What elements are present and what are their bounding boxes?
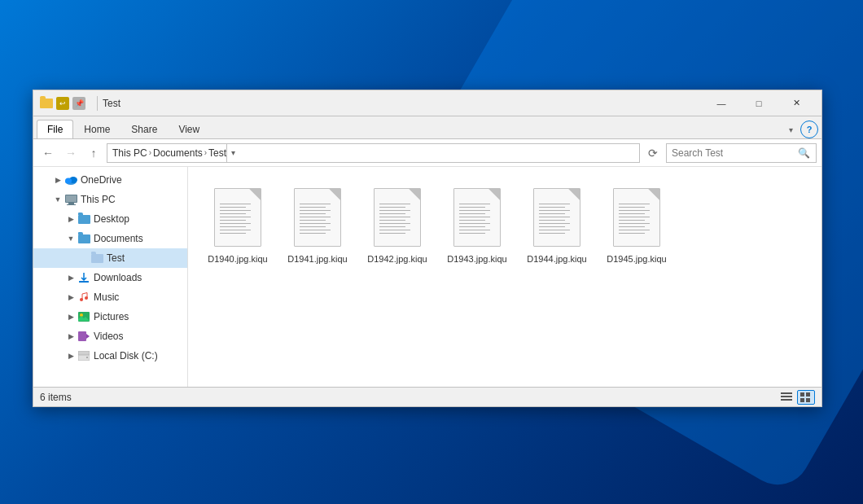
doc-lines [379,204,414,236]
svg-rect-21 [806,392,810,397]
documents-folder-icon [77,232,90,245]
sidebar-item-music[interactable]: ▶ Music [33,287,187,307]
breadcrumb: This PC › Documents › Test [112,147,226,159]
search-input[interactable] [672,147,798,159]
file-name: D1941.jpg.kiqu [287,253,347,265]
sidebar-item-label-downloads: Downloads [94,272,142,283]
details-view-button[interactable] [778,390,795,405]
breadcrumb-this-pc[interactable]: This PC [112,147,147,159]
sidebar-item-documents[interactable]: ▼ Documents [33,229,187,248]
address-row: ← → ↑ This PC › Documents › Test ▾ ⟳ 🔍 [33,139,821,167]
search-icon[interactable]: 🔍 [798,147,810,159]
close-button[interactable]: ✕ [778,90,815,116]
forward-button[interactable]: → [61,143,81,163]
sidebar-item-local-disk[interactable]: ▶ Local Disk (C:) [33,346,187,366]
onedrive-icon [64,173,77,186]
undo-icon[interactable]: ↩ [56,97,69,110]
sidebar-item-pictures[interactable]: ▶ Pictures [33,307,187,327]
sidebar-item-label-test: Test [107,252,125,264]
status-bar: 6 items [33,387,821,406]
address-bar[interactable]: This PC › Documents › Test ▾ [107,143,640,163]
file-item[interactable]: D1944.jpg.kiqu [520,180,594,270]
desktop-folder-icon [77,213,90,226]
sidebar: ▶ OneDrive ▼ This PC ▶ Desktop [33,167,188,387]
test-folder-icon [90,252,103,265]
file-icon-wrapper [528,185,585,250]
tab-file[interactable]: File [37,120,73,138]
svg-rect-18 [781,396,792,397]
pin-icon[interactable]: 📌 [72,97,85,110]
ribbon-expand-icon[interactable]: ▾ [781,121,800,138]
drive-icon [77,349,90,362]
sidebar-item-desktop[interactable]: ▶ Desktop [33,209,187,229]
tab-home[interactable]: Home [73,120,120,138]
svg-rect-5 [68,203,74,204]
sidebar-item-onedrive[interactable]: ▶ OneDrive [33,170,187,190]
doc-lines [619,204,653,236]
minimize-button[interactable]: — [703,90,740,116]
document-icon [613,188,660,247]
svg-rect-12 [78,331,86,341]
up-button[interactable]: ↑ [84,143,103,163]
file-icon-wrapper [209,185,266,250]
window-controls: — □ ✕ [703,90,815,116]
sidebar-item-label-local-disk: Local Disk (C:) [94,350,158,362]
refresh-button[interactable]: ⟳ [643,143,663,163]
window-title: Test [103,98,703,109]
file-item[interactable]: D1943.jpg.kiqu [440,180,514,270]
svg-rect-22 [800,398,804,402]
folder-icon [40,97,53,110]
svg-rect-23 [806,398,810,402]
view-buttons [778,390,815,405]
expand-arrow-documents: ▼ [66,234,76,243]
document-icon [374,188,421,247]
expand-arrow-local-disk: ▶ [66,351,76,361]
sidebar-item-this-pc[interactable]: ▼ This PC [33,190,187,209]
expand-arrow-downloads: ▶ [66,273,76,283]
svg-rect-6 [67,204,76,205]
document-icon [453,188,501,247]
expand-arrow-desktop: ▶ [66,214,76,224]
breadcrumb-documents[interactable]: Documents [153,147,203,159]
svg-rect-7 [79,281,89,283]
file-name: D1940.jpg.kiqu [208,253,267,265]
file-icon-wrapper [449,185,506,250]
pictures-icon [77,310,90,323]
address-dropdown-button[interactable]: ▾ [226,143,239,163]
sidebar-item-test[interactable]: Test [33,248,187,268]
expand-arrow-pictures: ▶ [66,312,76,322]
sidebar-item-videos[interactable]: ▶ Videos [33,327,187,346]
doc-lines [220,204,254,236]
file-item[interactable]: D1941.jpg.kiqu [281,180,354,270]
help-icon[interactable]: ? [800,121,818,138]
doc-lines [459,204,493,236]
svg-point-9 [85,296,88,300]
videos-icon [77,330,90,343]
svg-rect-17 [781,392,792,394]
expand-arrow-this-pc: ▼ [53,195,63,204]
file-item[interactable]: D1940.jpg.kiqu [201,180,274,270]
main-area: ▶ OneDrive ▼ This PC ▶ Desktop [33,167,821,387]
doc-lines [300,204,334,236]
file-name: D1942.jpg.kiqu [367,253,427,265]
sidebar-item-downloads[interactable]: ▶ Downloads [33,268,187,287]
sidebar-item-label-music: Music [94,291,119,303]
svg-rect-4 [66,195,77,202]
tab-view[interactable]: View [168,120,210,138]
ribbon-tabs: File Home Share View ▾ ? [33,116,821,139]
sidebar-item-label-videos: Videos [94,331,123,342]
file-icon-wrapper [608,185,665,250]
title-bar-icons: ↩ 📌 [40,97,85,110]
file-item[interactable]: D1945.jpg.kiqu [600,180,673,270]
expand-arrow-onedrive: ▶ [53,175,63,185]
file-item[interactable]: D1942.jpg.kiqu [361,180,434,270]
file-name: D1944.jpg.kiqu [527,253,586,265]
status-text: 6 items [40,392,778,403]
sidebar-item-label-documents: Documents [94,233,143,244]
maximize-button[interactable]: □ [740,90,778,116]
sidebar-item-label-pictures: Pictures [94,311,129,322]
back-button[interactable]: ← [38,143,58,163]
large-icons-view-button[interactable] [797,390,815,405]
tab-share[interactable]: Share [120,120,168,138]
document-icon [214,188,261,247]
